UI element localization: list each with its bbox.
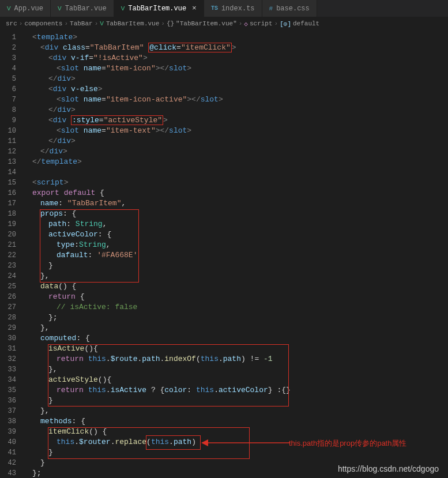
watermark: https://blog.csdn.net/cdgogo <box>338 464 439 473</box>
tab-label: App.vue <box>14 5 43 13</box>
chevron-right-icon: › <box>239 20 243 27</box>
script-icon: ◇ <box>244 20 248 28</box>
tab-base-css[interactable]: # base.css <box>262 0 317 17</box>
tab-bar: V App.vue V TabBar.vue V TabBarItem.vue … <box>0 0 448 17</box>
bc-default[interactable]: default <box>293 20 319 27</box>
bc-tabbar[interactable]: TabBar <box>70 20 93 27</box>
tab-index-ts[interactable]: TS index.ts <box>204 0 262 17</box>
css-icon: # <box>269 5 273 12</box>
chevron-right-icon: › <box>95 20 99 27</box>
chevron-right-icon: › <box>274 20 278 27</box>
bc-components[interactable]: components <box>24 20 62 27</box>
tab-label: TabBarItem.vue <box>128 5 186 13</box>
bc-item[interactable]: "TabBarItem.vue" <box>176 20 237 27</box>
ts-icon: TS <box>211 5 218 12</box>
tab-label: index.ts <box>221 5 255 13</box>
object-icon: [⊙] <box>280 20 291 28</box>
braces-icon: {} <box>167 20 174 27</box>
highlight-click: @click="itemClick" <box>148 43 231 52</box>
tab-app-vue[interactable]: V App.vue <box>0 0 51 17</box>
vue-icon: V <box>58 5 62 12</box>
code-area[interactable]: <template> <div class="TabBarItem" @clic… <box>24 30 448 478</box>
breadcrumb[interactable]: src › components › TabBar › V TabBarItem… <box>0 17 448 30</box>
code-editor[interactable]: 1234567891011121314151617181920212223242… <box>0 30 448 478</box>
line-gutter: 1234567891011121314151617181920212223242… <box>0 30 24 478</box>
highlight-style: :style="activeStyle" <box>71 115 163 125</box>
chevron-right-icon: › <box>19 20 23 27</box>
bc-file[interactable]: TabBarItem.vue <box>106 20 159 27</box>
chevron-right-icon: › <box>161 20 165 27</box>
tab-label: base.css <box>276 5 310 13</box>
annotation-text: this.path指的是prop传参的path属性 <box>289 438 406 449</box>
tab-label: TabBar.vue <box>65 5 107 13</box>
close-icon[interactable]: × <box>192 4 197 13</box>
chevron-right-icon: › <box>64 20 68 27</box>
vue-icon: V <box>7 5 11 12</box>
tab-tabbaritem-vue[interactable]: V TabBarItem.vue × <box>114 0 204 17</box>
bc-script[interactable]: script <box>250 20 273 27</box>
tab-tabbar-vue[interactable]: V TabBar.vue <box>51 0 114 17</box>
bc-src[interactable]: src <box>6 20 17 27</box>
vue-icon: V <box>121 5 125 12</box>
vue-icon: V <box>100 20 104 27</box>
